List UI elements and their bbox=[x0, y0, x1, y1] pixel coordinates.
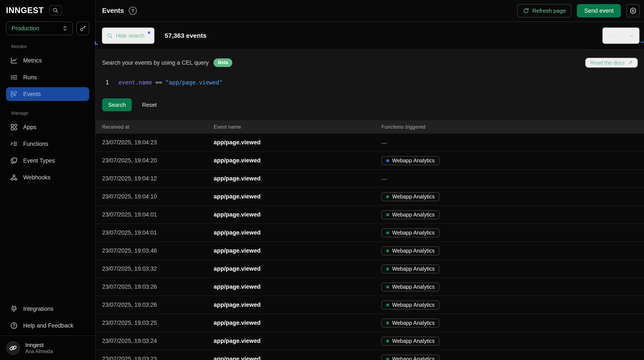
sidebar-item-events[interactable]: Events bbox=[6, 87, 89, 101]
table-row[interactable]: 23/07/2025, 19:04:12 app/page.viewed — bbox=[96, 170, 644, 188]
function-status-dot-green bbox=[386, 213, 389, 216]
function-badge-label: Webapp Analytics bbox=[392, 356, 434, 360]
account-org-name: Inngest bbox=[25, 341, 53, 348]
table-row[interactable]: 23/07/2025, 19:04:23 app/page.viewed — bbox=[96, 134, 644, 152]
function-badge[interactable]: Webapp Analytics bbox=[382, 228, 439, 237]
search-button[interactable]: Search bbox=[102, 98, 132, 111]
cell-event-name: app/page.viewed bbox=[214, 320, 382, 326]
table-row[interactable]: 23/07/2025, 19:03:32 app/page.viewed Web… bbox=[96, 260, 644, 278]
cell-event-name: app/page.viewed bbox=[214, 139, 382, 146]
table-row[interactable]: 23/07/2025, 19:03:26 app/page.viewed Web… bbox=[96, 296, 644, 314]
settings-button[interactable] bbox=[626, 4, 640, 17]
cel-token-property: event.name bbox=[118, 79, 152, 86]
column-header-functions-triggered: Functions triggered bbox=[382, 124, 644, 130]
cell-received-at: 23/07/2025, 19:03:32 bbox=[102, 265, 214, 272]
sidebar-item-label: Apps bbox=[23, 124, 36, 131]
cel-code-line: event.name == "app/page.viewed" bbox=[118, 79, 222, 86]
page-help-icon[interactable]: ? bbox=[129, 7, 137, 15]
table-row[interactable]: 23/07/2025, 19:04:10 app/page.viewed Web… bbox=[96, 188, 644, 206]
function-badge[interactable]: Webapp Analytics bbox=[382, 300, 439, 309]
table-row[interactable]: 23/07/2025, 19:03:25 app/page.viewed Web… bbox=[96, 314, 644, 332]
topbar: Events ? Refresh page Send event bbox=[96, 0, 644, 22]
table-row[interactable]: 23/07/2025, 19:04:01 app/page.viewed Web… bbox=[96, 206, 644, 224]
sidebar-item-runs[interactable]: Runs bbox=[6, 70, 89, 84]
cell-received-at: 23/07/2025, 19:04:01 bbox=[102, 229, 214, 236]
account-switcher[interactable]: Inngest Ana Almeida bbox=[0, 335, 95, 360]
sidebar-item-label: Help and Feedback bbox=[23, 322, 73, 329]
inngest-logo: INNGEST bbox=[6, 6, 44, 15]
function-badge[interactable]: Webapp Analytics bbox=[382, 156, 439, 165]
cell-received-at: 23/07/2025, 19:04:23 bbox=[102, 139, 214, 146]
events-count: 57,363 events bbox=[164, 32, 206, 39]
function-badge[interactable]: Webapp Analytics bbox=[382, 246, 439, 255]
hide-search-button[interactable]: Hide search bbox=[102, 27, 155, 44]
cel-token-string: "app/page.viewed" bbox=[166, 79, 222, 86]
cell-functions-triggered: Webapp Analytics bbox=[382, 156, 644, 165]
sidebar-item-functions[interactable]: Functions bbox=[6, 137, 89, 151]
sidebar-item-help-and-feedback[interactable]: Help and Feedback bbox=[6, 319, 89, 332]
time-range-select[interactable]: Last 3d bbox=[602, 27, 640, 44]
search-icon bbox=[106, 33, 113, 39]
reset-button[interactable]: Reset bbox=[142, 102, 156, 108]
event-keys-button[interactable] bbox=[76, 22, 89, 35]
table-row[interactable]: 23/07/2025, 19:04:20 app/page.viewed Web… bbox=[96, 152, 644, 170]
sidebar-item-webhooks[interactable]: Webhooks bbox=[6, 170, 89, 184]
cell-received-at: 23/07/2025, 19:03:23 bbox=[102, 356, 214, 360]
sidebar-search-button[interactable] bbox=[49, 5, 62, 16]
events-search-icon bbox=[10, 90, 18, 98]
function-badge[interactable]: Webapp Analytics bbox=[382, 318, 439, 327]
read-the-docs-button[interactable]: Read the docs bbox=[585, 58, 638, 68]
table-row[interactable]: 23/07/2025, 19:03:46 app/page.viewed Web… bbox=[96, 242, 644, 260]
sidebar-item-label: Integrations bbox=[23, 306, 54, 312]
cel-code-editor[interactable]: 1 event.name == "app/page.viewed" bbox=[102, 79, 638, 86]
table-row[interactable]: 23/07/2025, 19:04:01 app/page.viewed Web… bbox=[96, 224, 644, 242]
function-badge-label: Webapp Analytics bbox=[392, 212, 434, 218]
cell-functions-triggered: Webapp Analytics bbox=[382, 354, 644, 360]
no-functions-placeholder: — bbox=[382, 140, 387, 146]
function-badge[interactable]: Webapp Analytics bbox=[382, 264, 439, 273]
environment-value: Production bbox=[12, 25, 39, 32]
table-row[interactable]: 23/07/2025, 19:03:24 app/page.viewed Web… bbox=[96, 332, 644, 350]
key-icon bbox=[80, 25, 86, 32]
cel-panel-title: Search your events by using a CEL query bbox=[102, 60, 209, 66]
function-badge[interactable]: Webapp Analytics bbox=[382, 282, 439, 291]
nav-group-manage: Manage bbox=[6, 110, 89, 116]
cell-functions-triggered: Webapp Analytics bbox=[382, 264, 644, 273]
search-icon bbox=[52, 7, 58, 13]
sidebar-item-event-types[interactable]: Event Types bbox=[6, 154, 89, 167]
apps-grid-icon bbox=[10, 123, 18, 131]
cel-query-panel: Search your events by using a CEL query … bbox=[96, 50, 644, 120]
function-status-dot-green bbox=[386, 195, 389, 198]
sidebar-item-metrics[interactable]: Metrics bbox=[6, 54, 89, 67]
chevron-up-down-icon bbox=[62, 25, 68, 32]
refresh-page-button[interactable]: Refresh page bbox=[517, 4, 571, 17]
event-types-icon bbox=[10, 157, 18, 164]
function-badge[interactable]: Webapp Analytics bbox=[382, 192, 439, 201]
sidebar-item-integrations[interactable]: Integrations bbox=[6, 302, 89, 316]
function-badge[interactable]: Webapp Analytics bbox=[382, 336, 439, 346]
search-notification-dot bbox=[148, 31, 150, 34]
main-content: Events ? Refresh page Send event bbox=[96, 0, 644, 360]
beta-badge: Beta bbox=[214, 58, 232, 67]
functions-icon bbox=[10, 140, 18, 147]
read-docs-label: Read the docs bbox=[590, 60, 625, 66]
column-header-event-name: Event name bbox=[214, 124, 382, 130]
table-row[interactable]: 23/07/2025, 19:03:26 app/page.viewed Web… bbox=[96, 278, 644, 296]
runs-list-icon bbox=[10, 74, 18, 81]
table-row[interactable]: 23/07/2025, 19:03:23 app/page.viewed Web… bbox=[96, 350, 644, 360]
events-table-body: 23/07/2025, 19:04:23 app/page.viewed — 2… bbox=[96, 134, 644, 360]
arrow-up-right-icon bbox=[628, 60, 633, 65]
function-badge[interactable]: Webapp Analytics bbox=[382, 355, 439, 360]
environment-select[interactable]: Production bbox=[6, 22, 73, 35]
function-badge-label: Webapp Analytics bbox=[392, 320, 434, 326]
sidebar-item-label: Webhooks bbox=[23, 174, 50, 181]
cell-functions-triggered: Webapp Analytics bbox=[382, 246, 644, 255]
send-event-button[interactable]: Send event bbox=[577, 4, 621, 17]
sidebar-item-apps[interactable]: Apps bbox=[6, 120, 89, 134]
sidebar-item-label: Runs bbox=[23, 74, 37, 81]
function-badge[interactable]: Webapp Analytics bbox=[382, 210, 439, 219]
cell-functions-triggered: Webapp Analytics bbox=[382, 336, 644, 346]
cell-event-name: app/page.viewed bbox=[214, 247, 382, 254]
cell-functions-triggered: Webapp Analytics bbox=[382, 300, 644, 309]
cell-event-name: app/page.viewed bbox=[214, 229, 382, 236]
